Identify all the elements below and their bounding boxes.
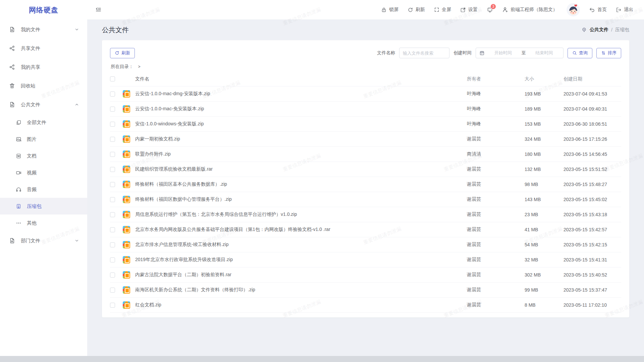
- table-row[interactable]: 终验材料（福田区数据中心管理服务平台）.zip 谢晨芸 143 MB 2023-…: [110, 192, 621, 207]
- file-name[interactable]: 北京市排水户信息管理系统-竣工验收材料.zip: [135, 242, 467, 248]
- table-row[interactable]: 2019年北京市水行政审批系统升级改造项目.zip 谢晨芸 32 MB 2023…: [110, 252, 621, 267]
- table-row[interactable]: 内蒙一期初验文档.zip 谢晨芸 324 MB 2023-06-15 17:15…: [110, 132, 621, 147]
- breadcrumb-root[interactable]: 公共文件: [590, 27, 608, 33]
- file-name[interactable]: 南海区机关新办公系统（二期）文件资料（终验打印）.zip: [135, 287, 467, 293]
- row-checkbox[interactable]: [110, 242, 115, 247]
- file-name[interactable]: 终验材料（福田区基本公共服务数据库）.zip: [135, 181, 467, 187]
- file-owner: 谢晨芸: [467, 181, 525, 187]
- row-checkbox[interactable]: [110, 197, 115, 202]
- sidebar-item-other[interactable]: 其他: [0, 215, 87, 231]
- home-label: 首页: [597, 7, 607, 13]
- collapse-sidebar-icon[interactable]: [95, 6, 102, 13]
- sidebar-item-department-files[interactable]: 部门文件: [0, 231, 87, 250]
- query-label: 查询: [579, 50, 588, 56]
- file-date: 2023-05-15 15:40:52: [564, 272, 621, 278]
- table-row[interactable]: 民建组织管理系统验收文档最新版.rar 谢晨芸 132 MB 2023-05-1…: [110, 162, 621, 177]
- file-name[interactable]: 云安信-1.0.0-mac-dmg-安装版本.zip: [135, 91, 467, 97]
- file-date: 2023-05-15 15:41:31: [564, 257, 621, 262]
- row-checkbox[interactable]: [110, 92, 115, 97]
- zip-file-icon: [123, 256, 130, 263]
- row-checkbox[interactable]: [110, 182, 115, 187]
- file-name[interactable]: 局信息系统运行维护（第五包：北京市水务局综合信息平台运行维护）v1.0.zip: [135, 212, 467, 218]
- row-checkbox[interactable]: [110, 137, 115, 142]
- sidebar-item-recycle-bin[interactable]: 回收站: [0, 76, 87, 95]
- file-name[interactable]: 内蒙古法院大数据平台（二期）初验前资料.rar: [135, 272, 467, 278]
- query-button[interactable]: 查询: [568, 48, 592, 58]
- logout-icon: [616, 7, 622, 13]
- directory-chevron[interactable]: >: [138, 64, 141, 69]
- table-row[interactable]: 终验材料（福田区基本公共服务数据库）.zip 谢晨芸 98 MB 2023-05…: [110, 177, 621, 192]
- table-row[interactable]: 联盟办件附件.zip 商清清 180 MB 2023-06-15 14:56:4…: [110, 147, 621, 162]
- lock-screen-button[interactable]: 锁屏: [381, 7, 398, 13]
- date-end-placeholder[interactable]: 结束时间: [529, 50, 560, 56]
- file-name[interactable]: 红会文档.zip: [135, 302, 467, 308]
- file-name[interactable]: 安信-1.0.0-windows-免安装版.zip: [135, 121, 467, 127]
- filename-search-input[interactable]: [399, 48, 449, 58]
- file-name[interactable]: 联盟办件附件.zip: [135, 151, 467, 157]
- avatar[interactable]: [567, 3, 580, 16]
- video-icon: [16, 170, 21, 176]
- toolbar: 刷新 文件名称 创建时间 开始时间 至 结束时间: [110, 48, 621, 58]
- row-checkbox[interactable]: [110, 107, 115, 112]
- sidebar-item-documents[interactable]: 文档: [0, 147, 87, 164]
- table-row[interactable]: 北京市排水户信息管理系统-竣工验收材料.zip 谢晨芸 54 MB 2023-0…: [110, 237, 621, 252]
- file-table: 文件名 所有者 大小 创建日期 云安信-1.0.0-mac-dmg-安装版本.z…: [110, 72, 621, 313]
- date-start-placeholder[interactable]: 开始时间: [487, 50, 519, 56]
- row-checkbox[interactable]: [110, 273, 115, 278]
- bottom-scrollbar[interactable]: [0, 356, 644, 362]
- row-checkbox[interactable]: [110, 122, 115, 127]
- fullscreen-button[interactable]: 全屏: [434, 7, 451, 13]
- zip-file-icon: [123, 181, 130, 188]
- zip-file-icon: [123, 271, 130, 279]
- table-row[interactable]: 南海区机关新办公系统（二期）文件资料（终验打印）.zip 谢晨芸 99 MB 2…: [110, 283, 621, 298]
- sidebar-item-all-files[interactable]: 全部文件: [0, 114, 87, 131]
- sidebar-item-archives[interactable]: 压缩包: [0, 198, 87, 215]
- logout-button[interactable]: 退出: [616, 7, 633, 13]
- table-row[interactable]: 安信-1.0.0-windows-免安装版.zip 叶海峰 153 MB 202…: [110, 117, 621, 132]
- date-range-picker[interactable]: 开始时间 至 结束时间: [476, 48, 564, 58]
- sidebar-item-my-files[interactable]: 我的文件: [0, 20, 87, 39]
- settings-button[interactable]: 设置: [460, 7, 478, 13]
- file-name[interactable]: 北京市水务局内网改版及公共服务基础平台建设项目（第1包：内网改版）终验验文档-v…: [135, 227, 467, 233]
- file-size: 23 MB: [525, 212, 564, 217]
- file-name[interactable]: 民建组织管理系统验收文档最新版.rar: [135, 166, 467, 172]
- table-row[interactable]: 红会文档.zip 谢晨芸 8 MB 2023-05-11 17:02:10: [110, 298, 621, 313]
- select-all-checkbox[interactable]: [110, 76, 115, 81]
- file-size: 99 MB: [525, 287, 564, 293]
- table-row[interactable]: 内蒙古法院大数据平台（二期）初验前资料.rar 谢晨芸 302 MB 2023-…: [110, 267, 621, 283]
- file-name[interactable]: 云安信-1.0.0-mac-免安装版本.zip: [135, 106, 467, 112]
- row-checkbox[interactable]: [110, 288, 115, 293]
- file-name[interactable]: 2019年北京市水行政审批系统升级改造项目.zip: [135, 257, 467, 263]
- app-root: 网络硬盘 我的文件 共享文件 我的共享 回收: [0, 0, 644, 362]
- chevron-down-icon: [74, 238, 79, 243]
- row-checkbox[interactable]: [110, 212, 115, 217]
- row-checkbox[interactable]: [110, 167, 115, 172]
- sidebar-item-shared-files[interactable]: 共享文件: [0, 39, 87, 58]
- sidebar-item-images[interactable]: 图片: [0, 131, 87, 147]
- file-name[interactable]: 内蒙一期初验文档.zip: [135, 136, 467, 142]
- file-date: 2023-05-15 15:45:02: [564, 197, 621, 202]
- row-checkbox[interactable]: [110, 303, 115, 308]
- home-undo-icon: [589, 7, 595, 13]
- row-checkbox[interactable]: [110, 152, 115, 157]
- refresh-list-button[interactable]: 刷新: [110, 48, 135, 58]
- table-row[interactable]: 云安信-1.0.0-mac-免安装版本.zip 叶海峰 189 MB 2023-…: [110, 102, 621, 117]
- sidebar-item-public-files[interactable]: 公共文件: [0, 95, 87, 114]
- sidebar-item-videos[interactable]: 视频: [0, 164, 87, 181]
- sidebar-item-audio[interactable]: 音频: [0, 181, 87, 198]
- file-size: 32 MB: [525, 257, 564, 262]
- row-checkbox[interactable]: [110, 227, 115, 232]
- sidebar-item-label: 文档: [27, 153, 37, 159]
- notification-button[interactable]: 3: [487, 7, 493, 13]
- table-row[interactable]: 局信息系统运行维护（第五包：北京市水务局综合信息平台运行维护）v1.0.zip …: [110, 207, 621, 222]
- sort-button[interactable]: 排序: [596, 48, 621, 58]
- refresh-button[interactable]: 刷新: [408, 7, 425, 13]
- file-date: 2023-05-11 17:02:10: [564, 302, 621, 308]
- user-menu[interactable]: 前端工程师（陈思文）: [502, 7, 557, 13]
- table-row[interactable]: 北京市水务局内网改版及公共服务基础平台建设项目（第1包：内网改版）终验验文档-v…: [110, 222, 621, 237]
- row-checkbox[interactable]: [110, 257, 115, 262]
- home-button[interactable]: 首页: [589, 7, 607, 13]
- sidebar-item-my-shares[interactable]: 我的共享: [0, 58, 87, 76]
- file-name[interactable]: 终验材料（福田区数据中心管理服务平台）.zip: [135, 196, 467, 202]
- table-row[interactable]: 云安信-1.0.0-mac-dmg-安装版本.zip 叶海峰 193 MB 20…: [110, 86, 621, 102]
